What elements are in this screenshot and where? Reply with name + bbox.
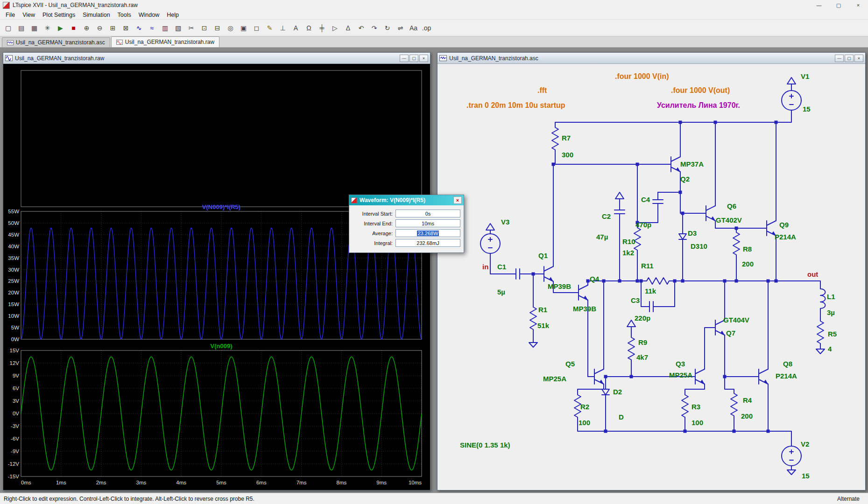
print-preview-button[interactable]: ◻ <box>250 21 263 35</box>
child-minimize-button[interactable]: — <box>400 55 409 62</box>
child-restore-button[interactable]: ▢ <box>409 55 418 62</box>
waveform-window-titlebar[interactable]: Usil_na_GERMAN_tranzistorah.raw —▢× <box>3 53 430 64</box>
schematic-content[interactable]: .four 1000 V(in).fft.four 1000 V(out).tr… <box>438 64 865 490</box>
zoom-out-button[interactable]: ⊖ <box>93 21 106 35</box>
resistor-R8[interactable] <box>733 230 740 258</box>
voltage-source-V2[interactable] <box>782 446 801 466</box>
voltage-source-V3[interactable] <box>480 234 500 253</box>
net-label-button[interactable]: A <box>289 21 302 35</box>
waveform-plot[interactable]: 55W50W45W40W35W30W25W20W15W10W5W0WV(N009… <box>3 64 430 490</box>
resistor-R10[interactable] <box>634 225 641 253</box>
capacitor-C1[interactable] <box>508 269 527 279</box>
resistor-button[interactable]: Ω <box>303 21 315 35</box>
text-button[interactable]: Aa <box>407 21 420 35</box>
zoom-in-button[interactable]: ⊕ <box>80 21 93 35</box>
menu-help[interactable]: Help <box>163 11 183 19</box>
ground-symbol[interactable] <box>787 470 796 475</box>
voltage-source-V1[interactable] <box>782 91 801 110</box>
undo-button[interactable]: ↶ <box>355 21 367 35</box>
child-close-button[interactable]: × <box>419 55 428 62</box>
halt-button[interactable]: ■ <box>67 21 80 35</box>
autorange-button[interactable]: ∿ <box>133 21 145 35</box>
menu-window[interactable]: Window <box>135 11 163 19</box>
resistor-R1[interactable] <box>530 304 536 332</box>
power-flag[interactable] <box>615 192 624 202</box>
capacitor-C2[interactable] <box>614 203 625 221</box>
fft-button[interactable]: ≈ <box>146 21 158 35</box>
mirror-button[interactable]: ⇌ <box>394 21 407 35</box>
transistor-Q8[interactable] <box>752 369 768 384</box>
control-panel-button[interactable]: ✳ <box>41 21 54 35</box>
redo-button[interactable]: ↷ <box>368 21 381 35</box>
tab-usil-na-german-tranzistorah-asc[interactable]: Usil_na_GERMAN_tranzistorah.asc <box>2 37 110 47</box>
spice-directive-button[interactable]: .op <box>420 21 433 35</box>
menu-file[interactable]: File <box>2 11 19 19</box>
tile-vertical-button[interactable]: ▥ <box>159 21 171 35</box>
tab-usil-na-german-tranzistorah-raw[interactable]: Usil_na_GERMAN_tranzistorah.raw <box>111 36 219 47</box>
plot-pane[interactable]: 15V12V9V6V3V0V-3V-6V-9V-12V-15VV(n009) <box>8 343 422 479</box>
transistor-Q9[interactable] <box>760 221 776 236</box>
schematic-window-titlebar[interactable]: Usil_na_GERMAN_tranzistorah.asc —▢× <box>438 53 865 64</box>
menu-simulation[interactable]: Simulation <box>79 11 113 19</box>
paste-button[interactable]: ⊟ <box>211 21 224 35</box>
transistor-Q6[interactable] <box>699 206 715 221</box>
print-button[interactable]: ▣ <box>237 21 250 35</box>
resistor-R2[interactable] <box>574 392 581 420</box>
ground-symbol[interactable] <box>529 343 537 347</box>
close-button[interactable]: × <box>848 0 868 10</box>
resistor-R11[interactable] <box>644 278 672 284</box>
transistor-Q5[interactable] <box>588 369 604 384</box>
ground-symbol[interactable] <box>816 349 825 354</box>
resistor-R4[interactable] <box>731 391 737 419</box>
new-schematic-button[interactable]: ▢ <box>2 21 14 35</box>
component-button[interactable]: Δ <box>342 21 354 35</box>
power-flag[interactable] <box>486 224 494 233</box>
copy-button[interactable]: ⊡ <box>198 21 211 35</box>
child-restore-button[interactable]: ▢ <box>845 55 854 62</box>
child-close-button[interactable]: × <box>854 55 863 62</box>
power-flag[interactable] <box>627 320 635 329</box>
power-flag[interactable] <box>787 77 796 87</box>
draw-wire-button[interactable]: ✎ <box>263 21 276 35</box>
schematic-canvas[interactable] <box>438 64 865 490</box>
dialog-close-button[interactable]: × <box>453 196 462 204</box>
find-button[interactable]: ◎ <box>224 21 237 35</box>
resistor-R7[interactable] <box>552 125 558 153</box>
cut-button[interactable]: ✂ <box>185 21 198 35</box>
child-minimize-button[interactable]: — <box>835 55 844 62</box>
diode-button[interactable]: ▷ <box>329 21 341 35</box>
trace-v-n009[interactable] <box>21 357 422 470</box>
minimize-button[interactable]: — <box>809 0 829 10</box>
average-input[interactable]: 23.268W <box>395 229 460 237</box>
inductor-L1[interactable] <box>820 287 826 309</box>
transistor-Q3[interactable] <box>689 369 705 384</box>
resistor-R9[interactable] <box>628 335 635 363</box>
capacitor-C3[interactable] <box>642 301 661 312</box>
empty-pane[interactable] <box>21 70 422 207</box>
capacitor-C4[interactable] <box>653 192 663 211</box>
resistor-R5[interactable] <box>817 318 824 346</box>
dialog-titlebar[interactable]: Waveform: V(N009)*I(R5) × <box>349 195 464 205</box>
menu-tools[interactable]: Tools <box>114 11 135 19</box>
ground-button[interactable]: ⊥ <box>276 21 289 35</box>
menu-plot-settings[interactable]: Plot Settings <box>39 11 79 19</box>
resistor-R3[interactable] <box>682 392 688 420</box>
diode-D3[interactable] <box>679 228 686 247</box>
interval-start-input[interactable]: 0s <box>395 210 460 217</box>
run-button[interactable]: ▶ <box>54 21 67 35</box>
maximize-button[interactable]: ▢ <box>829 0 848 10</box>
trace-label[interactable]: V(N009)*I(R5) <box>202 203 240 210</box>
interval-end-input[interactable]: 10ms <box>395 219 460 227</box>
capacitor-button[interactable]: ╪ <box>316 21 328 35</box>
zoom-full-button[interactable]: ⊠ <box>120 21 132 35</box>
menu-view[interactable]: View <box>19 11 39 19</box>
trace-label[interactable]: V(n009) <box>211 343 233 350</box>
integral-input[interactable]: 232.68mJ <box>395 239 460 247</box>
transistor-Q2[interactable] <box>664 157 680 172</box>
open-button[interactable]: ▤ <box>15 21 28 35</box>
cascade-button[interactable]: ▧ <box>172 21 184 35</box>
zoom-area-button[interactable]: ⊞ <box>106 21 119 35</box>
rotate-button[interactable]: ↻ <box>381 21 394 35</box>
transistor-Q1[interactable] <box>537 266 553 281</box>
transistor-Q4[interactable] <box>572 285 588 300</box>
